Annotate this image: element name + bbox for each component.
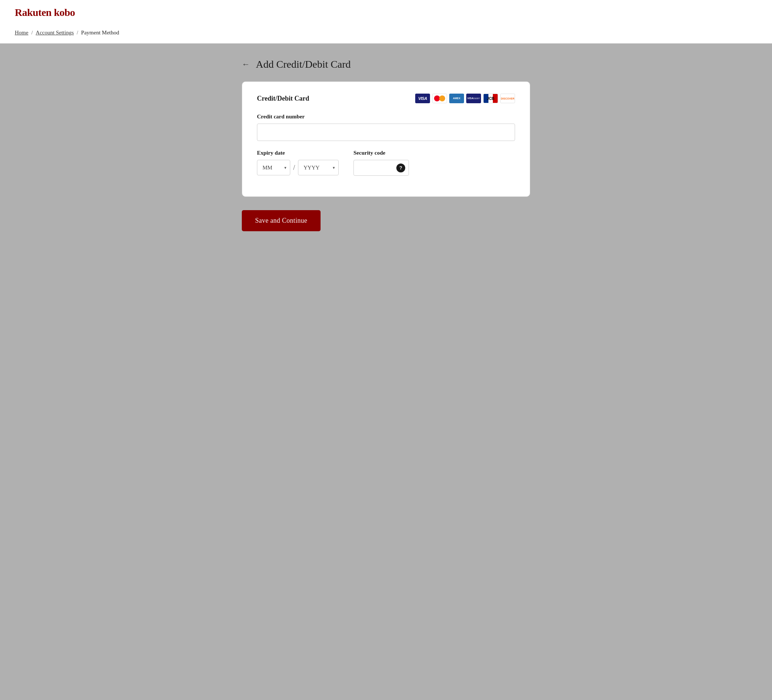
page-title: Add Credit/Debit Card — [256, 59, 351, 70]
save-and-continue-button[interactable]: Save and Continue — [242, 210, 321, 231]
breadcrumb-account-settings[interactable]: Account Settings — [36, 30, 74, 36]
expiry-month-select[interactable]: MM 01 02 03 04 05 06 07 08 09 10 11 — [257, 160, 290, 175]
breadcrumb-home[interactable]: Home — [15, 30, 28, 36]
breadcrumb-separator-1: / — [31, 30, 33, 36]
visa-icon: VISA — [415, 93, 430, 103]
breadcrumb-separator-2: / — [77, 30, 78, 36]
back-arrow-icon[interactable]: ← — [242, 59, 250, 69]
logo-text: Rakuten kobo — [15, 7, 75, 18]
expiry-slash: / — [293, 164, 295, 172]
credit-card-number-input[interactable] — [257, 124, 515, 141]
breadcrumb: Home / Account Settings / Payment Method — [0, 25, 772, 44]
expiry-date-label: Expiry date — [257, 150, 339, 156]
security-help-icon[interactable]: ? — [396, 164, 405, 172]
expiry-year-select[interactable]: YYYY 2024 2025 2026 2027 2028 2029 2030 … — [298, 160, 339, 175]
expiry-year-wrapper: YYYY 2024 2025 2026 2027 2028 2029 2030 … — [298, 160, 339, 175]
card-form-header: Credit/Debit Card VISA AMEX VISADEBIT JC… — [257, 93, 515, 103]
expiry-inputs: MM 01 02 03 04 05 06 07 08 09 10 11 — [257, 160, 339, 175]
credit-card-number-label: Credit card number — [257, 113, 515, 120]
jcb-icon: JCB — [483, 93, 498, 103]
amex-icon: AMEX — [449, 93, 464, 103]
card-icons: VISA AMEX VISADEBIT JCB DISCOVER — [415, 93, 515, 103]
security-input-wrapper: ? — [353, 160, 409, 176]
credit-card-number-group: Credit card number — [257, 113, 515, 141]
expiry-date-group: Expiry date MM 01 02 03 04 05 06 07 08 — [257, 150, 339, 175]
breadcrumb-current: Payment Method — [81, 30, 119, 36]
page-title-row: ← Add Credit/Debit Card — [242, 59, 530, 70]
main-content: ← Add Credit/Debit Card Credit/Debit Car… — [220, 44, 552, 246]
security-code-label: Security code — [353, 150, 409, 156]
mastercard-icon — [432, 93, 447, 103]
discover-icon: DISCOVER — [500, 93, 515, 103]
logo[interactable]: Rakuten kobo — [15, 7, 757, 18]
expiry-month-wrapper: MM 01 02 03 04 05 06 07 08 09 10 11 — [257, 160, 290, 175]
expiry-security-row: Expiry date MM 01 02 03 04 05 06 07 08 — [257, 150, 515, 185]
header: Rakuten kobo — [0, 0, 772, 25]
card-form-container: Credit/Debit Card VISA AMEX VISADEBIT JC… — [242, 81, 530, 197]
security-code-group: Security code ? — [353, 150, 409, 176]
card-form-title: Credit/Debit Card — [257, 95, 309, 102]
visa-debit-icon: VISADEBIT — [466, 93, 481, 103]
